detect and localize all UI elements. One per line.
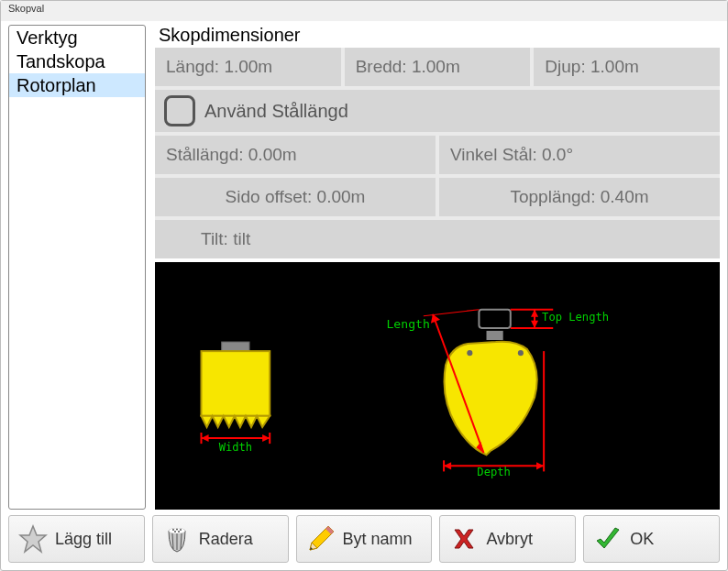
svg-point-31 [176, 529, 178, 531]
pencil-icon [306, 524, 336, 554]
svg-marker-24 [536, 462, 544, 469]
svg-marker-13 [531, 321, 538, 328]
sidebar: Verktyg Tandskopa Rotorplan [8, 25, 146, 510]
side-offset-field[interactable]: Sido offset: 0.00m [155, 178, 436, 216]
svg-marker-6 [262, 434, 270, 442]
add-button[interactable]: Lägg till [8, 515, 145, 563]
dimensions-grid: Längd: 1.00m Bredd: 1.00m Djup: 1.00m An… [155, 48, 720, 258]
content: Verktyg Tandskopa Rotorplan Skopdimensio… [1, 21, 727, 570]
diagram-length-label: Length [386, 317, 429, 331]
svg-marker-12 [531, 310, 538, 317]
svg-line-19 [424, 310, 480, 316]
ok-button-label: OK [630, 530, 654, 549]
top-length-field[interactable]: Topplängd: 0.40m [439, 178, 720, 216]
svg-point-32 [180, 529, 182, 531]
svg-rect-1 [201, 351, 270, 416]
svg-point-33 [174, 531, 176, 533]
use-steel-length-checkbox[interactable] [164, 95, 195, 126]
window: Skopval Verktyg Tandskopa Rotorplan Skop… [0, 0, 728, 571]
svg-rect-0 [222, 342, 249, 351]
window-title: Skopval [1, 1, 727, 21]
ok-button[interactable]: OK [583, 515, 720, 563]
use-steel-length-label: Använd Stållängd [204, 101, 348, 122]
steel-length-field[interactable]: Stållängd: 0.00m [155, 136, 436, 174]
rename-button[interactable]: Byt namn [296, 515, 433, 563]
bucket-diagram: Width Top Length [155, 262, 720, 510]
diagram-toplength-label: Top Length [542, 311, 609, 324]
check-icon [593, 524, 623, 554]
svg-point-14 [467, 350, 472, 356]
sidebar-item-verktyg[interactable]: Verktyg [9, 26, 145, 49]
main-panel: Skopdimensioner Längd: 1.00m Bredd: 1.00… [155, 25, 720, 510]
svg-point-30 [172, 529, 174, 531]
section-title: Skopdimensioner [155, 25, 720, 48]
sidebar-item-rotorplan[interactable]: Rotorplan [9, 73, 145, 97]
steel-angle-field[interactable]: Vinkel Stål: 0.0° [439, 136, 720, 174]
svg-rect-7 [479, 310, 510, 328]
svg-marker-23 [444, 462, 451, 469]
svg-marker-5 [201, 434, 208, 442]
width-field[interactable]: Bredd: 1.00m [345, 48, 531, 86]
cancel-button[interactable]: Avbryt [439, 515, 576, 563]
tilt-field[interactable]: Tilt: tilt [155, 220, 720, 258]
button-row: Lägg till Radera [8, 515, 720, 563]
svg-point-15 [518, 350, 524, 356]
sidebar-item-tandskopa[interactable]: Tandskopa [9, 49, 145, 73]
svg-rect-8 [487, 331, 503, 340]
star-icon [18, 524, 48, 554]
use-steel-length-row[interactable]: Använd Stållängd [155, 90, 720, 132]
rename-button-label: Byt namn [343, 530, 413, 549]
x-icon [449, 524, 479, 554]
cancel-button-label: Avbryt [486, 530, 533, 549]
delete-button-label: Radera [199, 530, 253, 549]
diagram-depth-label: Depth [477, 466, 510, 478]
diagram-width-label: Width [219, 441, 252, 454]
length-field[interactable]: Längd: 1.00m [155, 48, 341, 86]
svg-point-34 [178, 531, 180, 533]
top-area: Verktyg Tandskopa Rotorplan Skopdimensio… [8, 25, 720, 510]
depth-field[interactable]: Djup: 1.00m [534, 48, 720, 86]
trash-icon [162, 524, 192, 554]
add-button-label: Lägg till [55, 530, 112, 549]
delete-button[interactable]: Radera [152, 515, 289, 563]
diagram-svg: Width Top Length [155, 262, 720, 510]
